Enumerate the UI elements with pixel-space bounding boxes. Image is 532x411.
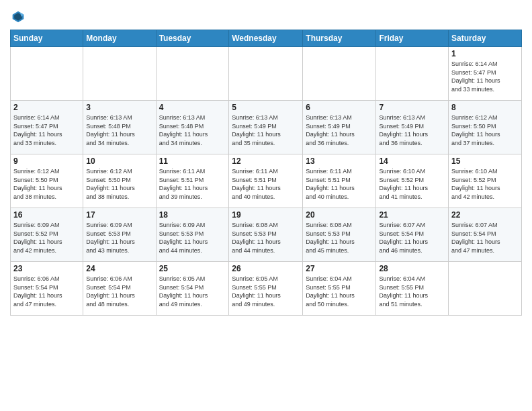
calendar-cell bbox=[376, 47, 449, 101]
calendar: SundayMondayTuesdayWednesdayThursdayFrid… bbox=[10, 30, 522, 316]
day-number: 21 bbox=[379, 210, 445, 220]
day-number: 8 bbox=[451, 103, 519, 112]
day-info: Sunrise: 6:12 AM Sunset: 5:50 PM Dayligh… bbox=[13, 167, 80, 201]
logo bbox=[10, 9, 25, 24]
page: SundayMondayTuesdayWednesdayThursdayFrid… bbox=[0, 0, 532, 411]
day-info: Sunrise: 6:12 AM Sunset: 5:50 PM Dayligh… bbox=[86, 167, 152, 201]
day-info: Sunrise: 6:09 AM Sunset: 5:52 PM Dayligh… bbox=[13, 221, 80, 255]
weekday-header-saturday: Saturday bbox=[449, 30, 522, 47]
day-number: 15 bbox=[451, 156, 519, 166]
day-number: 4 bbox=[159, 103, 226, 112]
day-info: Sunrise: 6:13 AM Sunset: 5:48 PM Dayligh… bbox=[159, 113, 226, 147]
day-number: 14 bbox=[379, 156, 445, 166]
day-info: Sunrise: 6:08 AM Sunset: 5:53 PM Dayligh… bbox=[306, 221, 373, 255]
calendar-cell: 22Sunrise: 6:07 AM Sunset: 5:54 PM Dayli… bbox=[449, 208, 522, 262]
day-info: Sunrise: 6:09 AM Sunset: 5:53 PM Dayligh… bbox=[86, 221, 152, 255]
day-info: Sunrise: 6:07 AM Sunset: 5:54 PM Dayligh… bbox=[451, 221, 519, 255]
calendar-cell: 6Sunrise: 6:13 AM Sunset: 5:49 PM Daylig… bbox=[303, 101, 376, 154]
day-info: Sunrise: 6:09 AM Sunset: 5:53 PM Dayligh… bbox=[159, 221, 226, 255]
calendar-cell: 20Sunrise: 6:08 AM Sunset: 5:53 PM Dayli… bbox=[303, 208, 376, 262]
day-number: 12 bbox=[232, 156, 300, 166]
logo-icon bbox=[11, 10, 25, 24]
calendar-cell bbox=[156, 47, 229, 101]
calendar-cell: 4Sunrise: 6:13 AM Sunset: 5:48 PM Daylig… bbox=[156, 101, 229, 154]
calendar-cell: 11Sunrise: 6:11 AM Sunset: 5:51 PM Dayli… bbox=[156, 154, 229, 208]
calendar-cell: 8Sunrise: 6:12 AM Sunset: 5:50 PM Daylig… bbox=[449, 101, 522, 154]
day-number: 16 bbox=[13, 210, 80, 220]
week-row-4: 23Sunrise: 6:06 AM Sunset: 5:54 PM Dayli… bbox=[11, 262, 522, 316]
day-number: 25 bbox=[159, 264, 226, 273]
calendar-cell: 2Sunrise: 6:14 AM Sunset: 5:47 PM Daylig… bbox=[11, 101, 83, 154]
day-number: 20 bbox=[306, 210, 373, 220]
calendar-cell: 12Sunrise: 6:11 AM Sunset: 5:51 PM Dayli… bbox=[229, 154, 303, 208]
day-info: Sunrise: 6:06 AM Sunset: 5:54 PM Dayligh… bbox=[13, 275, 80, 308]
day-info: Sunrise: 6:13 AM Sunset: 5:49 PM Dayligh… bbox=[232, 113, 300, 147]
calendar-cell: 5Sunrise: 6:13 AM Sunset: 5:49 PM Daylig… bbox=[229, 101, 303, 154]
calendar-cell: 14Sunrise: 6:10 AM Sunset: 5:52 PM Dayli… bbox=[376, 154, 449, 208]
day-info: Sunrise: 6:13 AM Sunset: 5:48 PM Dayligh… bbox=[86, 113, 152, 147]
day-info: Sunrise: 6:04 AM Sunset: 5:55 PM Dayligh… bbox=[306, 275, 373, 308]
calendar-cell: 7Sunrise: 6:13 AM Sunset: 5:49 PM Daylig… bbox=[376, 101, 449, 154]
header bbox=[10, 7, 522, 24]
day-number: 28 bbox=[379, 264, 445, 273]
calendar-cell: 23Sunrise: 6:06 AM Sunset: 5:54 PM Dayli… bbox=[11, 262, 83, 316]
calendar-cell bbox=[449, 262, 522, 316]
weekday-header-wednesday: Wednesday bbox=[229, 30, 303, 47]
day-number: 22 bbox=[451, 210, 519, 220]
day-info: Sunrise: 6:10 AM Sunset: 5:52 PM Dayligh… bbox=[451, 167, 519, 201]
day-info: Sunrise: 6:06 AM Sunset: 5:54 PM Dayligh… bbox=[86, 275, 152, 308]
calendar-cell: 21Sunrise: 6:07 AM Sunset: 5:54 PM Dayli… bbox=[376, 208, 449, 262]
day-number: 13 bbox=[306, 156, 373, 166]
day-info: Sunrise: 6:13 AM Sunset: 5:49 PM Dayligh… bbox=[379, 113, 445, 147]
calendar-cell: 15Sunrise: 6:10 AM Sunset: 5:52 PM Dayli… bbox=[449, 154, 522, 208]
day-info: Sunrise: 6:10 AM Sunset: 5:52 PM Dayligh… bbox=[379, 167, 445, 201]
week-row-2: 9Sunrise: 6:12 AM Sunset: 5:50 PM Daylig… bbox=[11, 154, 522, 208]
day-info: Sunrise: 6:11 AM Sunset: 5:51 PM Dayligh… bbox=[159, 167, 226, 201]
day-info: Sunrise: 6:13 AM Sunset: 5:49 PM Dayligh… bbox=[306, 113, 373, 147]
calendar-cell: 1Sunrise: 6:14 AM Sunset: 5:47 PM Daylig… bbox=[449, 47, 522, 101]
weekday-header-tuesday: Tuesday bbox=[156, 30, 229, 47]
day-info: Sunrise: 6:07 AM Sunset: 5:54 PM Dayligh… bbox=[379, 221, 445, 255]
day-number: 1 bbox=[451, 49, 519, 58]
day-number: 9 bbox=[13, 156, 80, 166]
calendar-cell: 18Sunrise: 6:09 AM Sunset: 5:53 PM Dayli… bbox=[156, 208, 229, 262]
day-info: Sunrise: 6:08 AM Sunset: 5:53 PM Dayligh… bbox=[232, 221, 300, 255]
calendar-cell: 25Sunrise: 6:05 AM Sunset: 5:54 PM Dayli… bbox=[156, 262, 229, 316]
week-row-0: 1Sunrise: 6:14 AM Sunset: 5:47 PM Daylig… bbox=[11, 47, 522, 101]
day-info: Sunrise: 6:11 AM Sunset: 5:51 PM Dayligh… bbox=[232, 167, 300, 201]
week-row-3: 16Sunrise: 6:09 AM Sunset: 5:52 PM Dayli… bbox=[11, 208, 522, 262]
day-number: 10 bbox=[86, 156, 152, 166]
day-number: 26 bbox=[232, 264, 300, 273]
day-info: Sunrise: 6:12 AM Sunset: 5:50 PM Dayligh… bbox=[451, 113, 519, 147]
day-info: Sunrise: 6:14 AM Sunset: 5:47 PM Dayligh… bbox=[13, 113, 80, 147]
calendar-cell: 28Sunrise: 6:04 AM Sunset: 5:55 PM Dayli… bbox=[376, 262, 449, 316]
calendar-cell: 9Sunrise: 6:12 AM Sunset: 5:50 PM Daylig… bbox=[11, 154, 83, 208]
day-number: 19 bbox=[232, 210, 300, 220]
calendar-cell: 10Sunrise: 6:12 AM Sunset: 5:50 PM Dayli… bbox=[83, 154, 156, 208]
weekday-header-monday: Monday bbox=[83, 30, 156, 47]
calendar-cell: 27Sunrise: 6:04 AM Sunset: 5:55 PM Dayli… bbox=[303, 262, 376, 316]
weekday-header-row: SundayMondayTuesdayWednesdayThursdayFrid… bbox=[11, 30, 522, 47]
day-info: Sunrise: 6:04 AM Sunset: 5:55 PM Dayligh… bbox=[379, 275, 445, 308]
day-number: 27 bbox=[306, 264, 373, 273]
day-info: Sunrise: 6:05 AM Sunset: 5:54 PM Dayligh… bbox=[159, 275, 226, 308]
calendar-cell bbox=[229, 47, 303, 101]
day-info: Sunrise: 6:05 AM Sunset: 5:55 PM Dayligh… bbox=[232, 275, 300, 308]
weekday-header-friday: Friday bbox=[376, 30, 449, 47]
day-number: 6 bbox=[306, 103, 373, 112]
calendar-cell: 24Sunrise: 6:06 AM Sunset: 5:54 PM Dayli… bbox=[83, 262, 156, 316]
day-info: Sunrise: 6:11 AM Sunset: 5:51 PM Dayligh… bbox=[306, 167, 373, 201]
week-row-1: 2Sunrise: 6:14 AM Sunset: 5:47 PM Daylig… bbox=[11, 101, 522, 154]
weekday-header-sunday: Sunday bbox=[11, 30, 83, 47]
calendar-cell bbox=[303, 47, 376, 101]
day-number: 2 bbox=[13, 103, 80, 112]
day-number: 18 bbox=[159, 210, 226, 220]
day-number: 7 bbox=[379, 103, 445, 112]
day-number: 17 bbox=[86, 210, 152, 220]
calendar-cell: 3Sunrise: 6:13 AM Sunset: 5:48 PM Daylig… bbox=[83, 101, 156, 154]
day-number: 24 bbox=[86, 264, 152, 273]
calendar-cell bbox=[11, 47, 83, 101]
day-number: 3 bbox=[86, 103, 152, 112]
calendar-cell: 26Sunrise: 6:05 AM Sunset: 5:55 PM Dayli… bbox=[229, 262, 303, 316]
day-number: 5 bbox=[232, 103, 300, 112]
